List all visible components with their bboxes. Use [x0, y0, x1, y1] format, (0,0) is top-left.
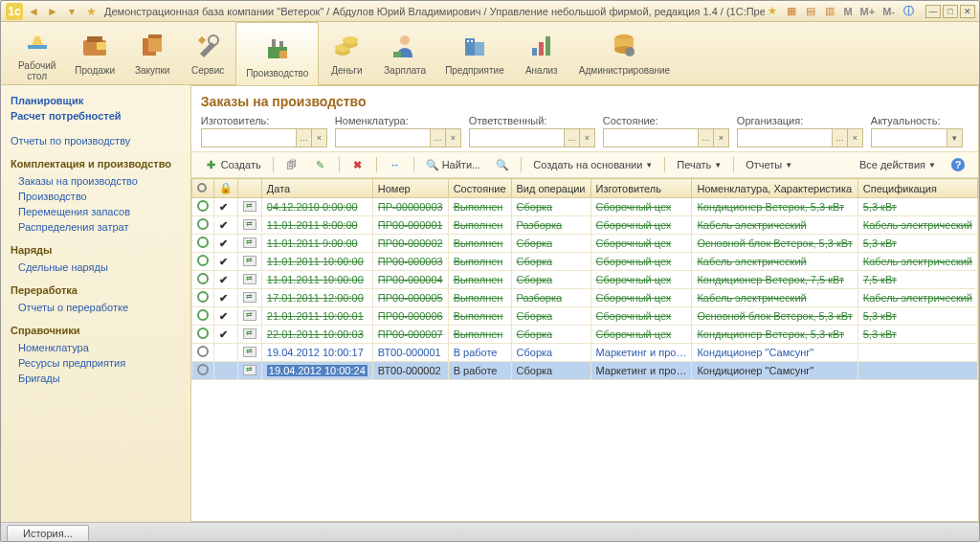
column-header[interactable]: Вид операции — [511, 179, 590, 198]
memory-mminus[interactable]: M- — [880, 6, 897, 17]
column-header[interactable]: 🔒 — [213, 179, 237, 198]
back-icon[interactable]: ◄ — [25, 3, 42, 20]
edit-button[interactable]: ✎ — [308, 156, 333, 173]
toolbar-company[interactable]: Предприятие — [435, 29, 514, 78]
svg-rect-20 — [475, 42, 484, 56]
filter-browse-responsible[interactable]: … — [565, 128, 580, 147]
copy-button[interactable]: 🗐 — [279, 156, 304, 173]
filter-browse-nomenclature[interactable]: … — [431, 128, 446, 147]
maximize-button[interactable]: □ — [943, 5, 958, 18]
toolbar-production[interactable]: Производство — [235, 22, 319, 85]
column-header[interactable]: Номенклатура, Характеристика — [692, 179, 858, 198]
memory-m[interactable]: M — [841, 6, 854, 17]
filter-clear-responsible[interactable]: × — [580, 128, 595, 147]
help-icon[interactable]: ⓘ — [901, 4, 916, 19]
create-button[interactable]: ✚Создать — [199, 156, 267, 173]
table-row[interactable]: ✔11.01.2011 10:00:00ПР00-000004ВыполненС… — [191, 271, 977, 289]
dropdown-icon[interactable]: ▾ — [63, 3, 80, 20]
svg-point-8 — [209, 35, 218, 45]
sidebar-link[interactable]: Перемещения запасов — [11, 204, 181, 219]
filter-label: Актуальность: — [871, 115, 963, 126]
reports-button[interactable]: Отчеты ▼ — [740, 157, 798, 172]
toolbar-salary[interactable]: Зарплата — [374, 29, 435, 78]
filter-clear-manufacturer[interactable]: × — [312, 128, 327, 147]
filter-clear-org[interactable]: × — [848, 128, 863, 147]
svg-rect-24 — [539, 42, 544, 56]
toolbar-desktop[interactable]: Рабочий стол — [9, 24, 65, 83]
column-header[interactable] — [237, 179, 261, 198]
help-button[interactable]: ? — [946, 156, 970, 173]
all-actions-button[interactable]: Все действия ▼ — [854, 157, 942, 172]
create-on-basis-button[interactable]: Создать на основании ▼ — [527, 157, 658, 172]
filter-browse-state[interactable]: … — [699, 128, 714, 147]
minimize-button[interactable]: — — [925, 5, 941, 18]
filter-label: Номенклатура: — [335, 115, 461, 126]
filter-label: Изготовитель: — [201, 115, 327, 126]
table-row[interactable]: ✔22.01.2011 10:00:03ПР00-000007ВыполненС… — [191, 326, 977, 344]
filter-input-responsible[interactable] — [469, 128, 565, 147]
column-header[interactable]: Дата — [261, 179, 372, 198]
filter-input-relevance[interactable] — [871, 128, 947, 147]
table-row[interactable]: ✔04.12.2010 0:00:00ПР-00000003ВыполненСб… — [191, 198, 977, 216]
table-row[interactable]: 19.04.2012 10:00:24ВТ00-000002В работеСб… — [191, 362, 977, 380]
table-row[interactable]: ✔21.01.2011 10:00:01ПР00-000006ВыполненС… — [191, 307, 977, 326]
toolbar-sales[interactable]: Продажи — [65, 29, 124, 78]
print-button[interactable]: Печать ▼ — [671, 157, 727, 172]
toolbar-admin[interactable]: Администрирование — [569, 29, 679, 78]
sidebar-link[interactable]: Сдельные наряды — [11, 260, 181, 275]
refresh-button[interactable]: ↔ — [383, 156, 408, 173]
filter-input-nomenclature[interactable] — [335, 128, 431, 147]
column-header[interactable]: Состояние — [448, 179, 511, 198]
table-row[interactable]: 19.04.2012 10:00:17ВТ00-000001В работеСб… — [191, 344, 977, 362]
toolbar-analysis[interactable]: Анализ — [514, 29, 569, 78]
toolbar-desktop-label2: стол — [27, 71, 47, 81]
filter-clear-state[interactable]: × — [714, 128, 729, 147]
table-row[interactable]: ✔11.01.2011 8:00:00ПР00-000001ВыполненРа… — [191, 216, 977, 235]
toolbar-sales-label: Продажи — [75, 65, 115, 76]
sidebar-link[interactable]: Номенклатура — [11, 340, 181, 355]
sidebar-production-reports[interactable]: Отчеты по производству — [11, 133, 181, 148]
sidebar-link[interactable]: Распределения затрат — [11, 219, 181, 235]
filter-drop-relevance[interactable]: ▾ — [947, 128, 963, 147]
sidebar-planner[interactable]: Планировщик — [11, 93, 181, 108]
sidebar-needs-calc[interactable]: Расчет потребностей — [11, 108, 181, 124]
sidebar-link[interactable]: Бригады — [11, 371, 181, 386]
toolbar-service[interactable]: Сервис — [180, 29, 235, 78]
favorite-icon[interactable]: ★ — [765, 4, 780, 19]
filter-input-state[interactable] — [603, 128, 699, 147]
filter-input-org[interactable] — [737, 128, 833, 147]
table-wrapper[interactable]: 🔒ДатаНомерСостояниеВид операцииИзготовит… — [191, 178, 978, 521]
filter-browse-manufacturer[interactable]: … — [297, 128, 312, 147]
table-row[interactable]: ✔11.01.2011 9:00:00ПР00-000002ВыполненСб… — [191, 235, 977, 253]
toolbar-money[interactable]: Деньги — [319, 29, 374, 78]
svg-rect-10 — [272, 39, 276, 47]
delete-button[interactable]: ✖ — [345, 156, 370, 173]
clear-find-button[interactable]: 🔍 — [490, 156, 515, 173]
column-header[interactable]: Спецификация — [858, 179, 977, 198]
grid2-icon[interactable]: ▤ — [803, 4, 818, 19]
table-row[interactable]: ✔17.01.2011 12:00:00ПР00-000005ВыполненР… — [191, 289, 977, 307]
sidebar-link[interactable]: Отчеты о переработке — [11, 300, 181, 315]
column-header[interactable]: Номер — [372, 179, 448, 198]
sidebar: Планировщик Расчет потребностей Отчеты п… — [1, 85, 191, 522]
forward-icon[interactable]: ► — [44, 3, 61, 20]
table-row[interactable]: ✔11.01.2011 10:00:00ПР00-000003ВыполненС… — [191, 253, 977, 271]
column-header[interactable]: Изготовитель — [590, 179, 692, 198]
sidebar-link[interactable]: Производство — [11, 189, 181, 204]
star-icon[interactable]: ★ — [82, 3, 100, 20]
close-button[interactable]: ✕ — [960, 5, 975, 18]
filter-label: Организация: — [737, 115, 863, 126]
sidebar-link[interactable]: Ресурсы предприятия — [11, 355, 181, 371]
filter-browse-org[interactable]: … — [833, 128, 848, 147]
toolbar-purchases[interactable]: Закупки — [124, 29, 180, 78]
find-button[interactable]: 🔍Найти... — [420, 156, 487, 173]
filter-input-manufacturer[interactable] — [201, 128, 297, 147]
history-button[interactable]: История... — [7, 525, 89, 542]
grid1-icon[interactable]: ▦ — [784, 4, 799, 19]
sidebar-link[interactable]: Заказы на производство — [11, 173, 181, 189]
memory-mplus[interactable]: M+ — [858, 6, 878, 17]
calc-icon[interactable]: ▥ — [822, 4, 837, 19]
column-header[interactable] — [191, 179, 213, 198]
filter-clear-nomenclature[interactable]: × — [446, 128, 461, 147]
svg-rect-23 — [532, 48, 537, 56]
